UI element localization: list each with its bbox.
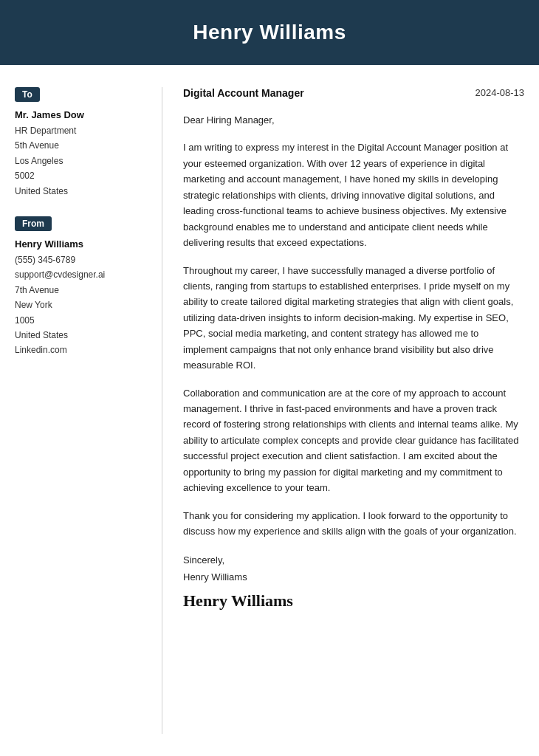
letter-paragraph3: Collaboration and communication are at t… (183, 385, 524, 496)
closing-word: Sincerely, (183, 551, 524, 568)
main-content: Digital Account Manager 2024-08-13 Dear … (162, 87, 524, 734)
to-line2: 5th Avenue (15, 140, 59, 151)
from-name: Henry Williams (15, 238, 147, 250)
sidebar: To Mr. James Dow HR Department 5th Avenu… (15, 87, 162, 734)
header-name: Henry Williams (15, 21, 524, 44)
body: To Mr. James Dow HR Department 5th Avenu… (0, 65, 539, 756)
letter-paragraph4: Thank you for considering my application… (183, 508, 524, 540)
page: Henry Williams To Mr. James Dow HR Depar… (0, 0, 539, 756)
from-badge: From (15, 216, 52, 231)
from-line4: United States (15, 330, 68, 340)
from-line5: Linkedin.com (15, 345, 67, 355)
to-line3: Los Angeles (15, 156, 63, 166)
letter-date: 2024-08-13 (476, 87, 525, 98)
to-section: To Mr. James Dow HR Department 5th Avenu… (15, 87, 147, 199)
from-email: support@cvdesigner.ai (15, 269, 105, 280)
letter-paragraph2: Throughout my career, I have successfull… (183, 263, 524, 374)
header: Henry Williams (0, 0, 539, 65)
to-line5: United States (15, 186, 68, 196)
letter-paragraph1: I am writing to express my interest in t… (183, 140, 524, 250)
from-details: (555) 345-6789 support@cvdesigner.ai 7th… (15, 252, 147, 358)
letter-signature: Henry Williams (183, 591, 524, 611)
from-phone: (555) 345-6789 (15, 255, 75, 265)
from-line3: 1005 (15, 315, 35, 326)
from-section: From Henry Williams (555) 345-6789 suppo… (15, 216, 147, 358)
letter-header: Digital Account Manager 2024-08-13 (183, 87, 524, 99)
to-line4: 5002 (15, 171, 35, 181)
closing-name: Henry Williams (183, 568, 524, 585)
from-line1: 7th Avenue (15, 285, 59, 295)
letter-body: Dear Hiring Manager, I am writing to exp… (183, 112, 524, 540)
letter-greeting: Dear Hiring Manager, (183, 112, 524, 128)
to-name: Mr. James Dow (15, 109, 147, 120)
from-line2: New York (15, 300, 52, 310)
to-badge: To (15, 87, 40, 102)
letter-position: Digital Account Manager (183, 87, 304, 99)
letter-closing: Sincerely, Henry Williams (183, 551, 524, 586)
to-line1: HR Department (15, 126, 76, 136)
to-details: HR Department 5th Avenue Los Angeles 500… (15, 123, 147, 199)
